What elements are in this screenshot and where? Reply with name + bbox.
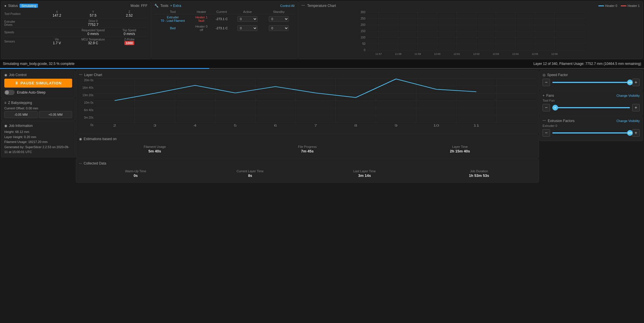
status-icon: ● bbox=[4, 4, 6, 8]
estimations-panel: ◉ Estimations based on Filament Usage5m … bbox=[76, 134, 539, 158]
z-baby-icon: ≡ bbox=[4, 101, 6, 105]
mode-label: Mode: FFF bbox=[130, 4, 147, 8]
speed-title: Speed Factor bbox=[547, 73, 568, 77]
svg-text:6: 6 bbox=[274, 124, 277, 127]
top-speed-value: 0 mm/s bbox=[124, 32, 135, 36]
control-all-link[interactable]: Control All bbox=[280, 4, 295, 7]
estimation-item-2: Layer Time2h 15m 40s bbox=[384, 145, 536, 153]
estimations-title: Estimations based on bbox=[84, 137, 117, 141]
svg-text:12:01: 12:01 bbox=[453, 53, 460, 55]
fans-slider-track[interactable]: 0 bbox=[552, 107, 630, 108]
speed-slider-row: − 100 + bbox=[543, 79, 640, 86]
tools-row-1: BedHeater 0off-273.1 C00 bbox=[154, 24, 295, 33]
tool-sub-0[interactable]: T0 - Load Filament bbox=[161, 19, 185, 22]
job-height: Height: 68.12 mm bbox=[4, 129, 72, 135]
coll-label-2: Last Layer Time bbox=[308, 169, 421, 173]
active-select-0[interactable]: 0 bbox=[237, 16, 257, 22]
layer-chart-panel: 〰 Layer Chart 20m 0s 16m 40s 13m 20s 10m… bbox=[76, 70, 539, 134]
auto-sleep-toggle[interactable] bbox=[4, 90, 15, 95]
y-label: Y bbox=[92, 10, 94, 13]
extra-link[interactable]: + Extra bbox=[170, 4, 181, 8]
tool-position-label: Tool Position bbox=[4, 12, 39, 16]
temp-chart-title: Temperature Chart bbox=[307, 4, 336, 8]
requested-speed-label: Requested Speed bbox=[82, 29, 105, 32]
col-tool: Tool bbox=[154, 9, 191, 14]
progress-bar-fill bbox=[0, 68, 209, 69]
progress-section: Simulating main_body.gcode, 32.5 % compl… bbox=[0, 60, 644, 67]
fans-change-vis-link[interactable]: Change Visibility bbox=[616, 94, 640, 97]
heater-name-1: Heater 0 bbox=[195, 25, 207, 28]
y-label-6: 0s bbox=[90, 123, 93, 127]
heater0-legend: Heater 0 bbox=[605, 4, 617, 7]
extruder-drives-label: ExtruderDrives bbox=[4, 20, 39, 26]
pause-icon: ⏸ bbox=[15, 81, 19, 85]
fans-plus-btn[interactable]: + bbox=[632, 104, 640, 111]
job-filament-usage: Filament Usage: 18217.20 mm bbox=[4, 140, 72, 145]
svg-text:11: 11 bbox=[473, 124, 479, 127]
svg-text:12:05: 12:05 bbox=[532, 53, 538, 55]
svg-text:150: 150 bbox=[361, 30, 366, 33]
svg-text:11:58: 11:58 bbox=[395, 53, 401, 55]
tool-fan-label: Tool Fan bbox=[543, 99, 640, 102]
layer-chart-svg: 2 3 4 5 6 7 8 9 10 11 bbox=[95, 79, 536, 130]
fans-thumb: 0 bbox=[552, 105, 558, 111]
fans-minus-btn[interactable]: − bbox=[543, 104, 550, 111]
fans-slider-row: − 0 + bbox=[543, 104, 640, 111]
speed-minus-btn[interactable]: − bbox=[543, 79, 550, 86]
vin-label: Vin bbox=[55, 38, 59, 41]
svg-text:12:00: 12:00 bbox=[434, 53, 441, 55]
collected-item-1: Current Layer Time8s bbox=[193, 169, 307, 178]
coll-label-3: Job Duration bbox=[422, 169, 536, 173]
top-speed-label: Top Speed bbox=[122, 29, 136, 32]
svg-text:11:57: 11:57 bbox=[375, 53, 382, 55]
status-panel: ● Status Simulating Mode: FFF Tool Posit… bbox=[1, 1, 151, 59]
collected-data-panel: ··· Collected Data Warm-Up Time0sCurrent… bbox=[76, 159, 539, 183]
col-active: Active bbox=[232, 9, 263, 14]
extrusion-minus-btn[interactable]: − bbox=[543, 129, 550, 137]
coll-label-1: Current Layer Time bbox=[193, 169, 307, 173]
job-control-icon: ◉ bbox=[4, 73, 7, 77]
extruder-label: Extruder 0 bbox=[543, 124, 640, 127]
speed-plus-btn[interactable]: + bbox=[632, 79, 640, 86]
tools-icon: 🔧 bbox=[154, 4, 159, 8]
svg-text:100: 100 bbox=[361, 36, 366, 39]
y-label-2: 13m 20s bbox=[82, 94, 93, 97]
svg-text:250: 250 bbox=[361, 17, 366, 20]
extrusion-icon: 〰 bbox=[543, 119, 546, 123]
extrusion-title: Extrusion Factors bbox=[548, 119, 574, 123]
pause-simulation-button[interactable]: ⏸ PAUSE SIMULATION bbox=[4, 79, 72, 88]
collected-data-icon: ··· bbox=[79, 161, 82, 165]
svg-text:2: 2 bbox=[113, 124, 116, 127]
y-label-0: 20m 0s bbox=[84, 79, 93, 82]
active-select-1[interactable]: 0 bbox=[237, 25, 257, 31]
layer-chart-icon: 〰 bbox=[79, 73, 82, 77]
fans-panel: + Fans Change Visibility Tool Fan − 0 + bbox=[539, 91, 643, 116]
svg-text:3: 3 bbox=[153, 124, 156, 127]
job-control-panel: ◉ Job Control ⏸ PAUSE SIMULATION Enable … bbox=[1, 70, 75, 98]
z-minus-btn[interactable]: -0.05 MM bbox=[4, 111, 38, 118]
extrusion-slider-track[interactable]: 100 bbox=[552, 132, 630, 134]
current-temp-1: -273.1 C bbox=[212, 24, 232, 33]
svg-text:10: 10 bbox=[433, 124, 439, 127]
zprobe-label: Z-Probe bbox=[124, 38, 134, 41]
svg-text:12:04: 12:04 bbox=[512, 53, 519, 55]
job-layer-height: Layer Height: 0.20 mm bbox=[4, 135, 72, 140]
extrusion-change-vis-link[interactable]: Change Visibility bbox=[616, 119, 640, 123]
z-label: Z bbox=[128, 10, 130, 13]
svg-text:50: 50 bbox=[362, 42, 366, 45]
standby-select-1[interactable]: 0 bbox=[269, 25, 289, 31]
svg-text:0: 0 bbox=[364, 49, 366, 52]
speed-slider-track[interactable]: 100 bbox=[552, 82, 630, 83]
extrusion-plus-btn[interactable]: + bbox=[632, 129, 640, 137]
tool-name-1: Bed bbox=[170, 26, 176, 30]
svg-text:300: 300 bbox=[361, 11, 366, 14]
mcu-temp-label: MCU Temperature bbox=[81, 38, 105, 41]
tools-row-0: ExtruderT0 - Load FilamentHeater 1fault-… bbox=[154, 14, 295, 24]
col-current: Current bbox=[212, 9, 232, 14]
coll-label-0: Warm-Up Time bbox=[79, 169, 192, 173]
z-plus-btn[interactable]: +0.05 MM bbox=[39, 111, 72, 118]
temp-legend: Heater 0 Heater 1 bbox=[598, 4, 640, 7]
speed-thumb: 100 bbox=[627, 80, 633, 85]
layer-chart-title: Layer Chart bbox=[84, 73, 102, 77]
standby-select-0[interactable]: 0 bbox=[269, 16, 289, 22]
